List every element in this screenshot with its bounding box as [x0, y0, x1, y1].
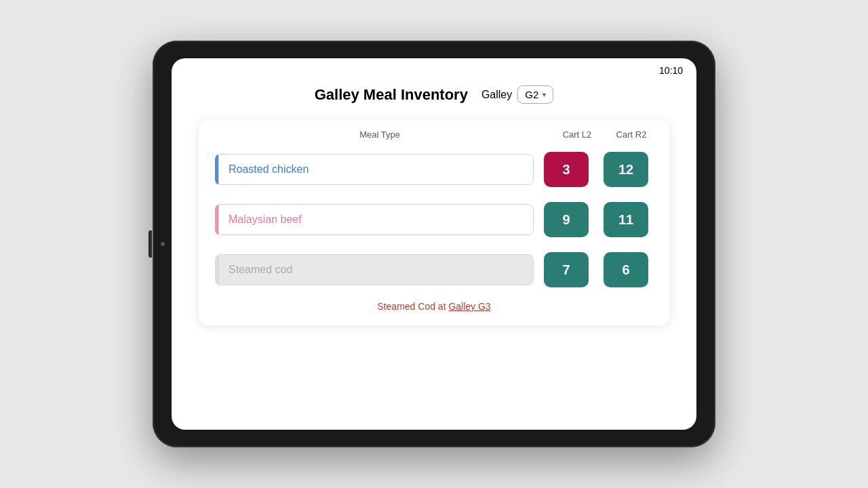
meal-name-steamed-cod: Steamed cod	[218, 254, 534, 285]
galley-selector: Galley G2 ▾	[481, 85, 553, 104]
meal-name-malaysian-beef: Malaysian beef	[218, 204, 534, 235]
col-header-meal-type: Meal Type	[210, 129, 550, 140]
col-header-cart-l2: Cart L2	[550, 129, 604, 140]
cart-l2-btn-chicken[interactable]: 3	[544, 152, 589, 187]
page-header: Galley Meal Inventory Galley G2 ▾	[199, 85, 669, 104]
galley-value: G2	[525, 89, 538, 100]
clock: 10:10	[659, 65, 683, 76]
footer-note-text: Steamed Cod at	[377, 301, 448, 312]
table-header-row: Meal Type Cart L2 Cart R2	[199, 120, 669, 146]
col-header-cart-r2: Cart R2	[604, 129, 658, 140]
side-button	[149, 230, 152, 258]
tablet-screen: 10:10 Galley Meal Inventory Galley G2 ▾	[172, 58, 696, 430]
status-bar: 10:10	[172, 58, 696, 79]
galley-g3-link[interactable]: Galley G3	[448, 301, 490, 312]
inventory-table: Meal Type Cart L2 Cart R2 Roasted chicke…	[199, 120, 669, 325]
cart-r2-btn-chicken[interactable]: 12	[604, 152, 648, 187]
meal-name-cell-cod: Steamed cod	[215, 254, 534, 285]
chevron-down-icon: ▾	[542, 91, 546, 98]
meal-row-roasted-chicken: Roasted chicken 3 12	[204, 146, 664, 192]
cart-r2-btn-cod[interactable]: 6	[604, 252, 648, 287]
cart-r2-btn-beef[interactable]: 11	[604, 202, 648, 237]
meal-name-cell-beef: Malaysian beef	[215, 204, 534, 235]
galley-dropdown[interactable]: G2 ▾	[517, 85, 553, 104]
page-title: Galley Meal Inventory	[315, 86, 468, 104]
cart-l2-btn-cod[interactable]: 7	[544, 252, 589, 287]
galley-label: Galley	[481, 89, 512, 101]
meal-row-steamed-cod: Steamed cod 7 6	[204, 247, 664, 293]
meal-row-malaysian-beef: Malaysian beef 9 11	[204, 197, 664, 243]
cart-l2-btn-beef[interactable]: 9	[544, 202, 589, 237]
tablet-device: 10:10 Galley Meal Inventory Galley G2 ▾	[153, 41, 715, 447]
camera-dot	[161, 242, 165, 246]
main-content: Galley Meal Inventory Galley G2 ▾ Meal T…	[172, 79, 696, 430]
footer-note: Steamed Cod at Galley G3	[199, 301, 669, 312]
meal-name-cell-chicken: Roasted chicken	[215, 154, 534, 185]
meal-name-roasted-chicken: Roasted chicken	[218, 154, 534, 185]
